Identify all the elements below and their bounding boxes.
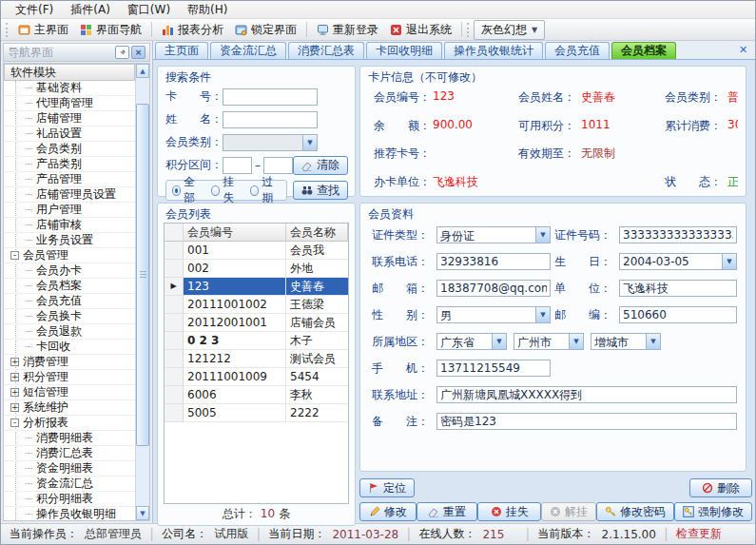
tree-root[interactable]: 软件模块 xyxy=(4,64,135,81)
tree-item[interactable]: 会员换卡 xyxy=(4,309,135,324)
tree-item[interactable]: 会员办卡 xyxy=(4,263,135,279)
tree-item[interactable]: 基础资料 xyxy=(4,81,135,96)
tab-消费汇总表[interactable]: 消费汇总表 xyxy=(288,42,364,59)
toolbar-button-relogin[interactable]: 重新登录 xyxy=(311,20,384,40)
tree-item[interactable]: 会员档案 xyxy=(4,279,135,294)
table-row[interactable]: ▶123史善春 xyxy=(165,278,348,296)
birthday-select[interactable]: 2004-03-05▼ xyxy=(619,253,737,270)
tree-item[interactable]: 业务员设置 xyxy=(4,233,135,248)
toolbar-button-nav-grid[interactable]: 界面导航 xyxy=(74,20,147,40)
scrollbar-track[interactable] xyxy=(136,78,149,506)
tree-item[interactable]: 资金明细表 xyxy=(4,461,135,477)
table-row[interactable]: 201110010095454 xyxy=(165,368,348,386)
column-header-member-name[interactable]: 会员名称 xyxy=(286,224,348,242)
tree-item[interactable]: 积分明细表 xyxy=(4,492,135,507)
gender-select[interactable]: 男▼ xyxy=(436,306,551,323)
menu-item[interactable]: 文件(F) xyxy=(7,1,62,19)
radio-expired[interactable]: 过期 xyxy=(250,174,281,206)
clear-button[interactable]: 清除 xyxy=(293,156,348,175)
id-no-input[interactable] xyxy=(619,226,737,243)
locate-button[interactable]: 定位 xyxy=(359,478,415,497)
report-loss-button[interactable]: 挂失 xyxy=(477,502,541,521)
delete-button[interactable]: 删除 xyxy=(689,478,752,497)
expand-icon[interactable]: + xyxy=(10,403,19,412)
expand-icon[interactable]: + xyxy=(10,358,19,366)
tree-item[interactable]: 消费汇总表 xyxy=(4,446,135,461)
tree-item[interactable]: 店铺管理员设置 xyxy=(4,187,135,203)
address-input[interactable] xyxy=(436,386,737,403)
province-select[interactable]: 广东省▼ xyxy=(436,333,507,350)
column-header-member-no[interactable]: 会员编号 xyxy=(184,224,286,242)
tree-item[interactable]: 会员类别 xyxy=(4,142,135,157)
tree-item[interactable]: -分析报表 xyxy=(4,416,135,431)
radio-all[interactable]: 全部 xyxy=(172,174,203,206)
table-row[interactable]: 20112001001店铺会员 xyxy=(165,314,348,332)
chevron-down-icon[interactable]: ▼ xyxy=(722,254,736,269)
radio-loss[interactable]: 挂失 xyxy=(211,174,242,206)
tree-item[interactable]: +消费管理 xyxy=(4,355,135,370)
table-row[interactable]: 0 2 3木子 xyxy=(165,332,348,350)
tree-item[interactable]: 店铺管理 xyxy=(4,111,135,127)
expand-icon[interactable]: + xyxy=(10,388,19,397)
tree-item[interactable]: 用户管理 xyxy=(4,203,135,218)
note-input[interactable] xyxy=(436,413,737,430)
collapse-icon[interactable]: - xyxy=(10,251,19,260)
tab-close-icon[interactable]: ✕ xyxy=(736,43,750,57)
city-select[interactable]: 广州市▼ xyxy=(514,333,584,350)
mobile-input[interactable] xyxy=(436,360,551,377)
tree-item[interactable]: +系统维护 xyxy=(4,400,135,416)
menu-item[interactable]: 窗口(W) xyxy=(119,1,179,19)
tab-卡回收明细[interactable]: 卡回收明细 xyxy=(366,42,442,59)
toolbar-button-lock-screen[interactable]: 锁定界面 xyxy=(229,20,302,40)
member-type-select[interactable]: ▼ xyxy=(223,134,318,151)
id-type-select[interactable]: 身份证▼ xyxy=(436,226,551,243)
tree-item[interactable]: 消费明细表 xyxy=(4,431,135,446)
chevron-down-icon[interactable]: ▼ xyxy=(492,334,506,349)
table-row[interactable]: 121212测试会员 xyxy=(165,350,348,368)
table-row[interactable]: 6006李秋 xyxy=(165,386,348,404)
tab-资金流汇总[interactable]: 资金流汇总 xyxy=(210,42,286,59)
menu-item[interactable]: 插件(A) xyxy=(62,1,119,19)
tree-item[interactable]: 资金流汇总 xyxy=(4,477,135,492)
scroll-up-icon[interactable]: ▲ xyxy=(136,64,149,78)
scrollbar-thumb[interactable] xyxy=(136,104,149,446)
tab-主页面[interactable]: 主页面 xyxy=(155,42,208,59)
reset-button[interactable]: 重置 xyxy=(417,502,478,521)
tree-item[interactable]: 会员退款 xyxy=(4,324,135,340)
tree-item[interactable]: -会员管理 xyxy=(4,248,135,263)
tree-item[interactable]: 礼品设置 xyxy=(4,127,135,142)
force-modify-button[interactable]: 强制修改 xyxy=(674,502,752,521)
collapse-icon[interactable]: - xyxy=(10,418,19,427)
find-button[interactable]: 查找 xyxy=(293,181,348,200)
check-update-link[interactable]: 检查更新 xyxy=(676,526,722,542)
tree-item[interactable]: 代理商管理 xyxy=(4,96,135,111)
tree-item[interactable]: 产品管理 xyxy=(4,172,135,187)
toolbar-button-report-chart[interactable]: 报表分析 xyxy=(156,20,229,40)
table-row[interactable]: 001会员我 xyxy=(165,242,348,260)
menu-item[interactable]: 帮助(H) xyxy=(179,1,236,19)
table-row[interactable]: 002外地 xyxy=(165,260,348,278)
tree-scrollbar[interactable]: ▲ ▼ xyxy=(135,64,149,520)
tab-会员档案[interactable]: 会员档案 xyxy=(611,42,676,59)
tree-item[interactable]: +积分管理 xyxy=(4,370,135,385)
tree-item[interactable]: 店铺审核 xyxy=(4,218,135,233)
points-min-input[interactable] xyxy=(223,157,252,174)
chevron-down-icon[interactable]: ▼ xyxy=(569,334,583,349)
tab-会员充值[interactable]: 会员充值 xyxy=(545,42,610,59)
unit-input[interactable] xyxy=(619,280,737,297)
cancel-loss-button[interactable]: 解挂 xyxy=(541,502,596,521)
pin-icon[interactable] xyxy=(115,46,129,59)
chevron-down-icon[interactable]: ▼ xyxy=(646,334,660,349)
phone-input[interactable] xyxy=(436,253,551,270)
chevron-down-icon[interactable]: ▼ xyxy=(535,227,550,243)
change-password-button[interactable]: 修改密码 xyxy=(596,502,674,521)
theme-dropdown[interactable]: 灰色幻想▼ xyxy=(474,20,545,40)
tree-item[interactable]: +短信管理 xyxy=(4,385,135,400)
chevron-down-icon[interactable]: ▼ xyxy=(535,307,550,322)
name-input[interactable] xyxy=(223,111,318,128)
tree-item[interactable]: 卡回收 xyxy=(4,340,135,355)
zip-input[interactable] xyxy=(619,306,737,323)
modify-button[interactable]: 修改 xyxy=(359,502,417,521)
table-row[interactable]: 20111001002王德梁 xyxy=(165,296,348,314)
table-row[interactable]: 50052222 xyxy=(165,404,348,422)
